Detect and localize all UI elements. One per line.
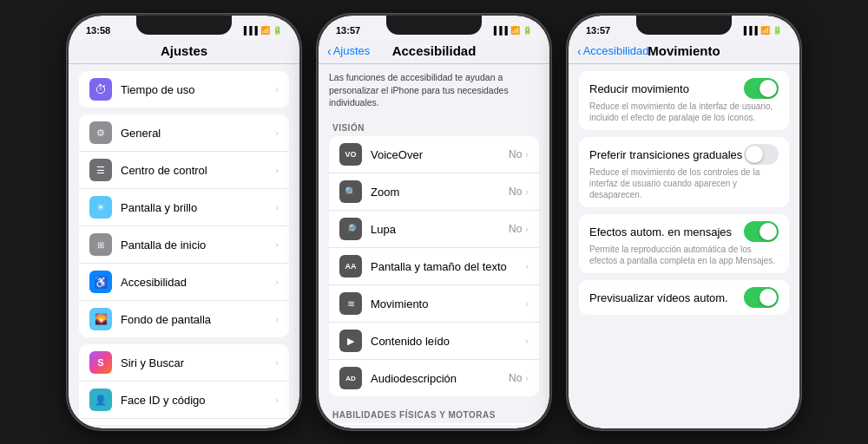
list-item-spoken[interactable]: ▶ Contenido leído › [329,323,539,360]
movement-group-2: Preferir transiciones graduales Reduce e… [579,137,789,207]
list-item-audiodesc[interactable]: AD Audiodescripción No › [329,360,539,396]
section-physical: HABILIDADES FÍSICAS Y MOTORAS [319,403,549,423]
screen-2: 13:57 ▐▐▐ 📶 🔋 ‹ Ajustes Accesibilidad La… [319,16,549,428]
section-vision: VISIÓN [319,116,549,136]
icon-homescreen: ⊞ [89,233,112,256]
list-item-textsize[interactable]: AA Pantalla y tamaño del texto › [329,248,539,285]
back-button-3[interactable]: ‹ Accesibilidad [577,44,649,58]
movement-group-1: Reducir movimiento Reduce el movimiento … [579,71,789,130]
list-group-1a: ⏱ Tiempo de uso › [79,71,289,108]
movement-title-4: Previsualizar vídeos autom. [589,291,728,304]
wifi-icon: 📶 [260,26,270,35]
value-audiodesc: No [509,372,522,384]
toggle-previsualizar[interactable] [744,287,779,308]
signal-icon-3: ▐▐▐ [741,26,758,35]
icon-lupa: 🔎 [339,218,362,240]
list-item-emergency[interactable]: SOS Emergencia SOS › [79,419,289,425]
back-label-3: Accesibilidad [583,44,649,57]
list-item-tocar[interactable]: 👆 Tocar › [329,423,539,425]
label-voiceover: VoiceOver [371,148,509,161]
icon-faceid: 👤 [89,388,112,411]
battery-icon-2: 🔋 [523,26,532,35]
label-display: Pantalla y brillo [121,201,275,214]
icon-voiceover: VO [339,143,362,166]
list-item-motion[interactable]: ≋ Movimiento › [329,285,539,323]
list-item-control[interactable]: ☰ Centro de control › [79,152,289,189]
time-2: 13:57 [336,25,360,36]
list-item-accessibility[interactable]: ♿ Accesibilidad › [79,264,289,301]
icon-screentime: ⏱ [89,78,112,101]
list-item-voiceover[interactable]: VO VoiceOver No › [329,136,539,173]
nav-bar-1: Ajustes [69,40,299,64]
label-zoom: Zoom [371,186,509,199]
movement-group-4: Previsualizar vídeos autom. [579,280,789,315]
label-homescreen: Pantalla de inicio [121,238,275,251]
icon-control: ☰ [89,159,112,181]
icon-general: ⚙ [89,121,112,144]
label-lupa: Lupa [371,223,509,236]
movement-item-3[interactable]: Efectos autom. en mensajes Permite la re… [579,214,789,273]
list-item-screentime[interactable]: ⏱ Tiempo de uso › [79,71,289,108]
movement-item-1[interactable]: Reducir movimiento Reduce el movimiento … [579,71,789,130]
back-button-2[interactable]: ‹ Ajustes [327,44,370,58]
list-item-display[interactable]: ☀ Pantalla y brillo › [79,189,289,226]
label-faceid: Face ID y código [121,394,275,407]
settings-list-2[interactable]: Las funciones de accesibilidad te ayudan… [319,64,549,425]
icon-spoken: ▶ [339,330,362,352]
notch-2 [386,16,482,35]
phone-2: 13:57 ▐▐▐ 📶 🔋 ‹ Ajustes Accesibilidad La… [317,14,551,430]
screen3-title: Movimiento [648,43,720,58]
screen2-title: Accesibilidad [392,43,477,58]
label-motion: Movimiento [371,297,525,310]
intro-box: Las funciones de accesibilidad te ayudan… [329,71,539,109]
label-wallpaper: Fondo de pantalla [121,313,275,326]
icon-zoom: 🔍 [339,180,362,203]
signal-icon: ▐▐▐ [241,26,258,35]
list-item-faceid[interactable]: 👤 Face ID y código › [79,382,289,419]
value-voiceover: No [509,148,522,160]
list-group-physical: 👆 Tocar › 👤 Face ID y atención › ⏺ Contr… [329,423,539,425]
icon-audiodesc: AD [339,367,362,389]
label-general: General [121,127,275,140]
toggle-efectos[interactable] [744,221,779,242]
value-zoom: No [509,186,522,198]
icon-wallpaper: 🌄 [89,308,112,330]
nav-bar-3: ‹ Accesibilidad Movimiento [569,40,799,64]
label-control: Centro de control [121,164,275,177]
battery-icon: 🔋 [273,26,282,35]
movement-desc-3: Permite la reproducción automática de lo… [589,244,779,266]
movement-desc-2: Reduce el movimiento de los controles de… [589,166,779,200]
settings-list-1[interactable]: ⏱ Tiempo de uso › ⚙ General › ☰ Centro d… [69,64,299,425]
movement-item-2[interactable]: Preferir transiciones graduales Reduce e… [579,137,789,207]
settings-list-3[interactable]: Reducir movimiento Reduce el movimiento … [569,64,799,425]
screen1-title: Ajustes [161,43,207,58]
time-1: 13:58 [86,25,110,36]
movement-title-1: Reducir movimiento [589,82,689,95]
list-item-general[interactable]: ⚙ General › [79,114,289,152]
list-item-zoom[interactable]: 🔍 Zoom No › [329,173,539,211]
screen-1: 13:58 ▐▐▐ 📶 🔋 Ajustes ⏱ Tiempo de uso › [69,16,299,428]
icon-motion: ≋ [339,292,362,315]
time-3: 13:57 [586,25,610,36]
icon-siri: S [89,351,112,374]
list-item-wallpaper[interactable]: 🌄 Fondo de pantalla › [79,301,289,337]
wifi-icon-3: 📶 [760,26,770,35]
movement-group-3: Efectos autom. en mensajes Permite la re… [579,214,789,273]
list-item-lupa[interactable]: 🔎 Lupa No › [329,211,539,248]
intro-text: Las funciones de accesibilidad te ayudan… [329,72,509,108]
label-screentime: Tiempo de uso [121,83,275,96]
status-icons-1: ▐▐▐ 📶 🔋 [241,26,282,35]
label-audiodesc: Audiodescripción [371,372,509,385]
nav-bar-2: ‹ Ajustes Accesibilidad [319,40,549,64]
list-group-vision: VO VoiceOver No › 🔍 Zoom No › 🔎 Lupa No … [329,136,539,396]
list-item-siri[interactable]: S Siri y Buscar › [79,344,289,382]
toggle-transiciones[interactable] [744,144,779,165]
wifi-icon-2: 📶 [510,26,520,35]
list-item-homescreen[interactable]: ⊞ Pantalla de inicio › [79,226,289,264]
movement-title-3: Efectos autom. en mensajes [589,225,732,238]
movement-item-4[interactable]: Previsualizar vídeos autom. [579,280,789,315]
signal-icon-2: ▐▐▐ [491,26,508,35]
label-siri: Siri y Buscar [121,356,275,369]
toggle-reducir[interactable] [744,78,779,99]
icon-accessibility: ♿ [89,271,112,293]
